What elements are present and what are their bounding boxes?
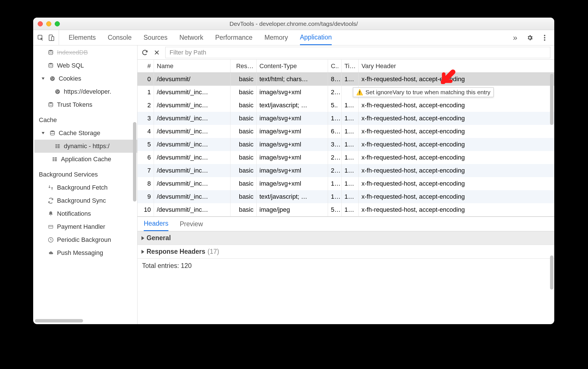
section-response-headers[interactable]: Response Headers (17) [138,245,554,259]
device-toggle-icon[interactable] [48,34,55,41]
sidebar-item-cache-storage[interactable]: Cache Storage [34,127,137,140]
cell-ct: image/svg+xml [257,138,328,151]
svg-rect-27 [55,159,57,160]
svg-rect-25 [55,157,57,158]
table-row[interactable]: 9 /devsummit/_inc… basic text/javascript… [138,190,554,203]
table-row[interactable]: 6 /devsummit/_inc… basic image/svg+xml 2… [138,151,554,164]
tab-console[interactable]: Console [108,30,132,45]
cell-ct: image/jpeg [257,203,328,216]
table-row[interactable]: 0 /devsummit/ basic text/html; chars… 8…… [138,73,554,86]
col-response[interactable]: Res… [230,60,257,72]
cell-resp: basic [230,177,257,190]
cell-ct: text/javascript; … [257,190,328,203]
sidebar-item-payment-handler[interactable]: Payment Handler [34,220,137,233]
section-general[interactable]: General [138,231,554,245]
inspect-element-icon[interactable] [37,34,44,41]
svg-rect-29 [55,160,57,161]
cell-vary: x-fh-requested-host, accept-encoding [359,203,554,216]
svg-point-5 [544,39,545,41]
col-content-type[interactable]: Content-Type [257,60,328,72]
table-row[interactable]: 5 /devsummit/_inc… basic image/svg+xml 3… [138,138,554,151]
table-row[interactable]: 3 /devsummit/_inc… basic image/svg+xml 1… [138,112,554,125]
cell-resp: basic [230,138,257,151]
sidebar-h-scrollbar[interactable] [35,319,83,322]
table-v-scrollbar[interactable] [550,74,553,125]
col-index[interactable]: # [138,60,154,72]
sidebar-item-cache-dynamic[interactable]: dynamic - https:/ [34,140,137,153]
sidebar-item-websql[interactable]: Web SQL [34,59,137,72]
sidebar-item-trust-tokens[interactable]: Trust Tokens [34,98,137,111]
filter-input[interactable]: Filter by Path [165,47,550,58]
sidebar-item-label: Web SQL [57,62,84,69]
kebab-menu-icon[interactable] [541,34,548,41]
grid-icon [54,143,61,150]
sidebar-item-application-cache[interactable]: Application Cache [34,153,137,166]
svg-point-6 [49,50,53,52]
svg-point-8 [50,76,55,81]
sidebar-item-cookies[interactable]: Cookies [34,72,137,85]
table-row[interactable]: 10 /devsummit/_inc… basic image/jpeg 5… … [138,203,554,216]
svg-rect-22 [56,147,57,148]
settings-gear-icon[interactable] [526,34,533,41]
tab-sources[interactable]: Sources [143,30,167,45]
col-time-cached[interactable]: Ti… [342,60,359,72]
sidebar-v-scrollbar[interactable] [133,122,136,202]
col-name[interactable]: Name [154,60,230,72]
cell-tc: 1… [342,203,359,216]
table-row[interactable]: 8 /devsummit/_inc… basic image/svg+xml 1… [138,177,554,190]
tab-application[interactable]: Application [300,30,332,45]
cell-name: /devsummit/_inc… [154,164,230,177]
expand-caret-icon [42,132,45,134]
cell-vary: x-fh-requested-host, accept-encoding [359,177,554,190]
sidebar-item-label: Background Sync [57,197,106,204]
cloud-icon [47,250,54,256]
sidebar-item-label: Notifications [57,210,91,217]
disclosure-triangle-icon [141,250,144,254]
disclosure-triangle-icon [141,236,144,240]
tab-performance[interactable]: Performance [215,30,253,45]
svg-rect-28 [53,160,54,161]
sidebar-item-label: IndexedDB [57,49,88,56]
sidebar-item-label: https://developer. [64,88,111,95]
cell-tc: 1… [342,138,359,151]
table-row[interactable]: 7 /devsummit/_inc… basic image/svg+xml 2… [138,164,554,177]
detail-v-scrollbar[interactable] [550,255,553,290]
detail-tab-headers[interactable]: Headers [144,217,168,231]
tab-memory[interactable]: Memory [265,30,288,45]
tab-network[interactable]: Network [179,30,203,45]
svg-point-14 [58,91,59,92]
more-tabs-icon[interactable]: » [512,34,519,41]
cell-cl: 2… [328,151,342,164]
cell-resp: basic [230,151,257,164]
sidebar-item-notifications[interactable]: Notifications [34,207,137,220]
clock-icon [47,236,54,243]
cell-idx: 5 [138,138,154,151]
svg-point-17 [50,131,55,132]
cell-tc: 1… [342,99,359,112]
detail-tab-preview[interactable]: Preview [180,217,203,231]
vary-warning-tooltip: ⚠️ Set ignoreVary to true when matching … [353,87,494,97]
sidebar-item-label: Cookies [59,75,81,82]
cell-name: /devsummit/ [154,73,230,86]
col-content-length[interactable]: C.. [328,60,342,72]
cell-cl: 2… [328,86,342,99]
cell-idx: 3 [138,112,154,125]
tab-elements[interactable]: Elements [69,30,96,45]
sidebar-item-periodic-bg[interactable]: Periodic Backgroun [34,233,137,246]
sidebar-item-bg-fetch[interactable]: Background Fetch [34,181,137,194]
refresh-icon[interactable] [141,49,148,56]
annotation-arrow-icon [441,67,458,84]
clear-icon[interactable] [153,49,160,56]
sidebar-item-bg-sync[interactable]: Background Sync [34,194,137,207]
sidebar-item-cookie-origin[interactable]: https://developer. [34,85,137,98]
sidebar-section-cache: Cache [34,111,137,127]
cell-tc: 1… [342,164,359,177]
sidebar-item-push-messaging[interactable]: Push Messaging [34,246,137,259]
table-row[interactable]: 4 /devsummit/_inc… basic image/svg+xml 6… [138,125,554,138]
table-row[interactable]: 2 /devsummit/_inc… basic text/javascript… [138,99,554,112]
cell-resp: basic [230,164,257,177]
cell-ct: image/svg+xml [257,125,328,138]
cell-idx: 1 [138,86,154,99]
cookie-icon [54,88,61,95]
sidebar-item-indexeddb[interactable]: IndexedDB [34,46,137,59]
